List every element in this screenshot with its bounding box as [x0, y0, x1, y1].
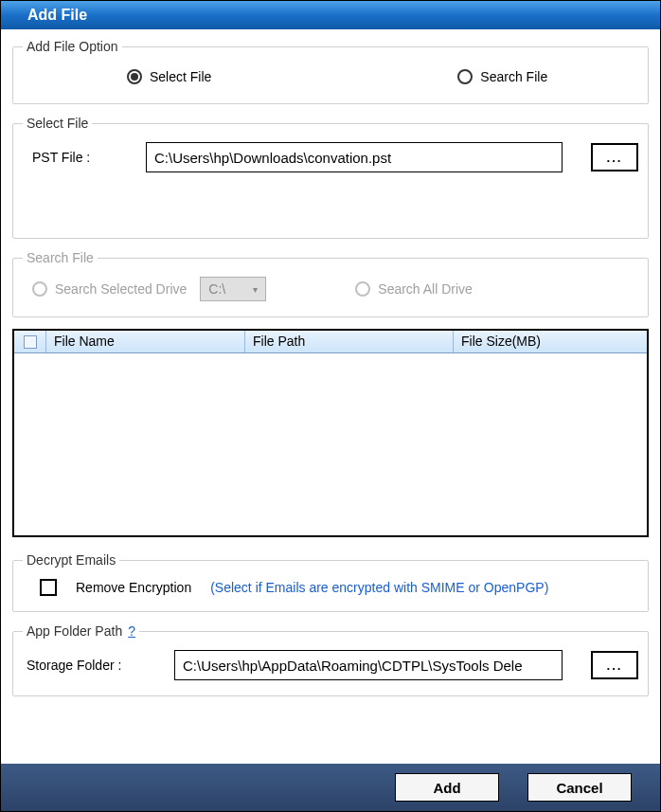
table-header-filepath[interactable]: File Path — [245, 331, 454, 352]
add-file-option-group: Add File Option Select File Search File — [12, 39, 649, 104]
radio-icon — [127, 69, 142, 84]
radio-icon — [355, 281, 370, 297]
cancel-button[interactable]: Cancel — [527, 773, 632, 802]
pst-file-input[interactable] — [146, 142, 563, 172]
app-folder-path-group: App Folder Path ? Storage Folder : ... — [12, 623, 649, 696]
table-header-checkbox-cell[interactable] — [14, 331, 46, 352]
dialog-action-bar: Add Cancel — [1, 764, 660, 811]
table-header-row: File Name File Path File Size(MB) — [14, 331, 647, 353]
drive-select: C:\ ▾ — [200, 277, 266, 301]
window-titlebar: Add File — [1, 1, 660, 29]
decrypt-hint: (Select if Emails are encrypted with SMI… — [210, 580, 548, 595]
remove-encryption-checkbox[interactable] — [40, 579, 57, 596]
search-file-radio-label: Search File — [480, 69, 547, 84]
file-results-table: File Name File Path File Size(MB) — [12, 329, 649, 537]
storage-folder-input[interactable] — [174, 650, 563, 680]
select-file-radio-label: Select File — [150, 69, 211, 84]
drive-select-value: C:\ — [208, 281, 225, 297]
select-file-group: Select File PST File : ... — [12, 116, 649, 239]
chevron-down-icon: ▾ — [253, 284, 258, 295]
storage-browse-button[interactable]: ... — [591, 651, 638, 679]
table-header-filename[interactable]: File Name — [46, 331, 245, 352]
decrypt-emails-legend: Decrypt Emails — [23, 552, 119, 568]
search-file-radio[interactable]: Search File — [457, 69, 547, 84]
add-file-option-legend: Add File Option — [23, 39, 122, 54]
decrypt-emails-group: Decrypt Emails Remove Encryption (Select… — [12, 552, 649, 612]
add-button[interactable]: Add — [395, 773, 499, 802]
pst-browse-button[interactable]: ... — [591, 143, 638, 171]
help-icon[interactable]: ? — [128, 623, 135, 639]
search-selected-drive-radio: Search Selected Drive — [32, 281, 187, 297]
select-file-radio[interactable]: Select File — [127, 69, 211, 84]
select-file-legend: Select File — [23, 116, 92, 131]
remove-encryption-label: Remove Encryption — [76, 580, 191, 595]
table-header-filesize[interactable]: File Size(MB) — [454, 331, 647, 352]
search-file-group: Search File Search Selected Drive C:\ ▾ … — [12, 250, 649, 317]
radio-icon — [457, 69, 473, 84]
app-folder-path-legend: App Folder Path ? — [23, 623, 139, 639]
radio-icon — [32, 281, 47, 297]
search-all-drive-radio: Search All Drive — [355, 281, 473, 297]
search-file-legend: Search File — [23, 250, 98, 265]
window-title: Add File — [27, 7, 87, 23]
search-selected-drive-label: Search Selected Drive — [55, 281, 187, 297]
select-all-checkbox[interactable] — [24, 335, 37, 349]
pst-file-label: PST File : — [23, 150, 136, 165]
dialog-content: Add File Option Select File Search File … — [1, 29, 660, 764]
storage-folder-label: Storage Folder : — [23, 658, 165, 673]
search-all-drive-label: Search All Drive — [378, 281, 473, 297]
